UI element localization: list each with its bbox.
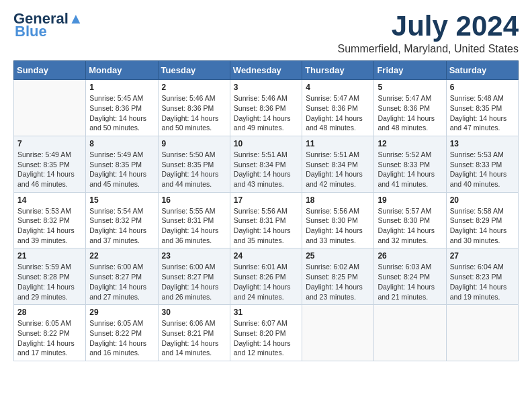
day-number: 30 bbox=[162, 308, 226, 317]
logo-blue: Blue bbox=[15, 23, 47, 40]
day-number: 10 bbox=[234, 139, 298, 148]
calendar-cell bbox=[374, 305, 446, 361]
calendar-cell: 15Sunrise: 5:54 AM Sunset: 8:32 PM Dayli… bbox=[86, 192, 158, 248]
calendar-week-row: 7Sunrise: 5:49 AM Sunset: 8:35 PM Daylig… bbox=[14, 136, 519, 192]
calendar-day-header: Thursday bbox=[302, 61, 374, 80]
calendar-cell: 24Sunrise: 6:01 AM Sunset: 8:26 PM Dayli… bbox=[230, 248, 302, 305]
day-info: Sunrise: 5:50 AM Sunset: 8:35 PM Dayligh… bbox=[162, 150, 226, 189]
title-block: July 2024 Summerfield, Maryland, United … bbox=[338, 11, 519, 55]
calendar-day-header: Monday bbox=[86, 61, 158, 80]
day-info: Sunrise: 5:46 AM Sunset: 8:36 PM Dayligh… bbox=[162, 93, 226, 133]
day-number: 27 bbox=[450, 251, 515, 261]
day-number: 5 bbox=[378, 83, 442, 92]
month-title: July 2024 bbox=[338, 11, 519, 42]
day-number: 7 bbox=[17, 139, 82, 148]
day-number: 15 bbox=[89, 195, 154, 205]
day-number: 31 bbox=[234, 308, 298, 317]
day-number: 25 bbox=[306, 251, 370, 261]
calendar-cell: 23Sunrise: 6:00 AM Sunset: 8:27 PM Dayli… bbox=[158, 248, 230, 305]
day-number: 13 bbox=[450, 139, 515, 148]
calendar-header-row: SundayMondayTuesdayWednesdayThursdayFrid… bbox=[14, 61, 519, 80]
calendar-cell: 8Sunrise: 5:49 AM Sunset: 8:35 PM Daylig… bbox=[86, 136, 158, 192]
calendar-cell: 19Sunrise: 5:57 AM Sunset: 8:30 PM Dayli… bbox=[374, 192, 446, 248]
day-info: Sunrise: 6:00 AM Sunset: 8:27 PM Dayligh… bbox=[89, 262, 154, 302]
day-number: 17 bbox=[234, 195, 298, 205]
calendar-cell: 4Sunrise: 5:47 AM Sunset: 8:36 PM Daylig… bbox=[302, 80, 374, 136]
calendar-cell: 5Sunrise: 5:47 AM Sunset: 8:36 PM Daylig… bbox=[374, 80, 446, 136]
calendar-cell: 3Sunrise: 5:46 AM Sunset: 8:36 PM Daylig… bbox=[230, 80, 302, 136]
calendar-cell bbox=[446, 305, 518, 361]
calendar-cell: 16Sunrise: 5:55 AM Sunset: 8:31 PM Dayli… bbox=[158, 192, 230, 248]
day-number: 18 bbox=[306, 195, 370, 205]
day-number: 12 bbox=[378, 139, 442, 148]
day-info: Sunrise: 5:53 AM Sunset: 8:32 PM Dayligh… bbox=[17, 206, 82, 246]
day-info: Sunrise: 6:02 AM Sunset: 8:25 PM Dayligh… bbox=[306, 262, 370, 302]
calendar-cell: 7Sunrise: 5:49 AM Sunset: 8:35 PM Daylig… bbox=[14, 136, 86, 192]
calendar-cell: 17Sunrise: 5:56 AM Sunset: 8:31 PM Dayli… bbox=[230, 192, 302, 248]
calendar-cell: 31Sunrise: 6:07 AM Sunset: 8:20 PM Dayli… bbox=[230, 305, 302, 361]
day-info: Sunrise: 6:01 AM Sunset: 8:26 PM Dayligh… bbox=[234, 262, 298, 302]
day-info: Sunrise: 5:51 AM Sunset: 8:34 PM Dayligh… bbox=[306, 150, 370, 189]
day-info: Sunrise: 5:57 AM Sunset: 8:30 PM Dayligh… bbox=[378, 206, 442, 246]
calendar-cell: 29Sunrise: 6:05 AM Sunset: 8:22 PM Dayli… bbox=[86, 305, 158, 361]
calendar-day-header: Wednesday bbox=[230, 61, 302, 80]
calendar-cell: 1Sunrise: 5:45 AM Sunset: 8:36 PM Daylig… bbox=[86, 80, 158, 136]
day-number: 4 bbox=[306, 83, 370, 92]
day-number: 24 bbox=[234, 251, 298, 261]
calendar-cell: 9Sunrise: 5:50 AM Sunset: 8:35 PM Daylig… bbox=[158, 136, 230, 192]
calendar-cell: 30Sunrise: 6:06 AM Sunset: 8:21 PM Dayli… bbox=[158, 305, 230, 361]
calendar-cell: 20Sunrise: 5:58 AM Sunset: 8:29 PM Dayli… bbox=[446, 192, 518, 248]
day-number: 1 bbox=[89, 83, 154, 92]
day-number: 16 bbox=[162, 195, 226, 205]
day-number: 11 bbox=[306, 139, 370, 148]
day-number: 14 bbox=[17, 195, 82, 205]
day-info: Sunrise: 6:00 AM Sunset: 8:27 PM Dayligh… bbox=[162, 262, 226, 302]
day-info: Sunrise: 6:05 AM Sunset: 8:22 PM Dayligh… bbox=[89, 318, 154, 358]
calendar-week-row: 1Sunrise: 5:45 AM Sunset: 8:36 PM Daylig… bbox=[14, 80, 519, 136]
calendar-cell: 25Sunrise: 6:02 AM Sunset: 8:25 PM Dayli… bbox=[302, 248, 374, 305]
day-number: 28 bbox=[17, 308, 82, 317]
day-info: Sunrise: 5:48 AM Sunset: 8:35 PM Dayligh… bbox=[450, 93, 515, 133]
calendar-table: SundayMondayTuesdayWednesdayThursdayFrid… bbox=[13, 60, 519, 361]
calendar-week-row: 21Sunrise: 5:59 AM Sunset: 8:28 PM Dayli… bbox=[14, 248, 519, 305]
page-header: General▲ Blue July 2024 Summerfield, Mar… bbox=[13, 11, 519, 55]
day-info: Sunrise: 5:59 AM Sunset: 8:28 PM Dayligh… bbox=[17, 262, 82, 302]
calendar-cell: 2Sunrise: 5:46 AM Sunset: 8:36 PM Daylig… bbox=[158, 80, 230, 136]
calendar-cell: 27Sunrise: 6:04 AM Sunset: 8:23 PM Dayli… bbox=[446, 248, 518, 305]
location: Summerfield, Maryland, United States bbox=[338, 43, 519, 55]
day-info: Sunrise: 5:52 AM Sunset: 8:33 PM Dayligh… bbox=[378, 150, 442, 189]
day-info: Sunrise: 5:49 AM Sunset: 8:35 PM Dayligh… bbox=[17, 150, 82, 189]
day-info: Sunrise: 5:56 AM Sunset: 8:30 PM Dayligh… bbox=[306, 206, 370, 246]
day-number: 21 bbox=[17, 251, 82, 261]
day-number: 22 bbox=[89, 251, 154, 261]
calendar-cell bbox=[14, 80, 86, 136]
calendar-day-header: Friday bbox=[374, 61, 446, 80]
calendar-cell: 11Sunrise: 5:51 AM Sunset: 8:34 PM Dayli… bbox=[302, 136, 374, 192]
calendar-cell: 26Sunrise: 6:03 AM Sunset: 8:24 PM Dayli… bbox=[374, 248, 446, 305]
day-info: Sunrise: 5:51 AM Sunset: 8:34 PM Dayligh… bbox=[234, 150, 298, 189]
day-number: 8 bbox=[89, 139, 154, 148]
day-info: Sunrise: 5:54 AM Sunset: 8:32 PM Dayligh… bbox=[89, 206, 154, 246]
day-info: Sunrise: 6:03 AM Sunset: 8:24 PM Dayligh… bbox=[378, 262, 442, 302]
calendar-cell: 22Sunrise: 6:00 AM Sunset: 8:27 PM Dayli… bbox=[86, 248, 158, 305]
day-info: Sunrise: 5:45 AM Sunset: 8:36 PM Dayligh… bbox=[89, 93, 154, 133]
day-number: 26 bbox=[378, 251, 442, 261]
day-info: Sunrise: 6:06 AM Sunset: 8:21 PM Dayligh… bbox=[162, 318, 226, 358]
calendar-day-header: Saturday bbox=[446, 61, 518, 80]
calendar-cell: 18Sunrise: 5:56 AM Sunset: 8:30 PM Dayli… bbox=[302, 192, 374, 248]
day-number: 3 bbox=[234, 83, 298, 92]
day-number: 9 bbox=[162, 139, 226, 148]
calendar-cell: 6Sunrise: 5:48 AM Sunset: 8:35 PM Daylig… bbox=[446, 80, 518, 136]
day-number: 2 bbox=[162, 83, 226, 92]
calendar-cell: 14Sunrise: 5:53 AM Sunset: 8:32 PM Dayli… bbox=[14, 192, 86, 248]
day-info: Sunrise: 5:56 AM Sunset: 8:31 PM Dayligh… bbox=[234, 206, 298, 246]
day-info: Sunrise: 5:47 AM Sunset: 8:36 PM Dayligh… bbox=[378, 93, 442, 133]
calendar-day-header: Sunday bbox=[14, 61, 86, 80]
day-number: 19 bbox=[378, 195, 442, 205]
calendar-cell: 10Sunrise: 5:51 AM Sunset: 8:34 PM Dayli… bbox=[230, 136, 302, 192]
day-number: 29 bbox=[89, 308, 154, 317]
calendar-day-header: Tuesday bbox=[158, 61, 230, 80]
day-number: 23 bbox=[162, 251, 226, 261]
day-number: 6 bbox=[450, 83, 515, 92]
day-number: 20 bbox=[450, 195, 515, 205]
